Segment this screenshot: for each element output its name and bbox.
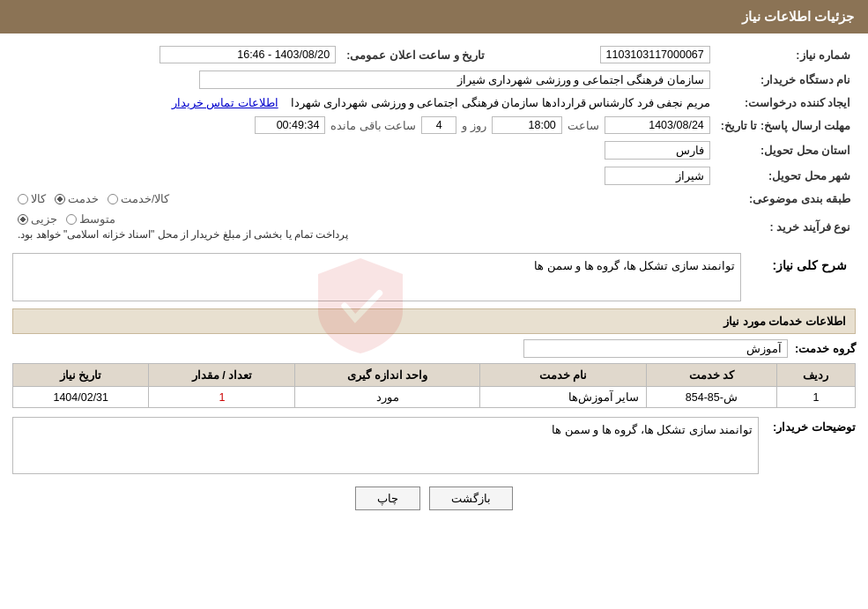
city-label: شهر محل تحویل: <box>716 163 856 189</box>
radio-khedmat-circle[interactable] <box>55 194 65 204</box>
cell-unit: مورد <box>295 387 480 408</box>
radio-motavaset[interactable]: متوسط <box>66 212 115 226</box>
buttons-row: بازگشت چاپ <box>12 486 856 510</box>
remaining-label: ساعت باقی مانده <box>330 119 416 132</box>
col-unit: واحد اندازه گیری <box>295 364 480 387</box>
need-number-label: شماره نیاز: <box>716 42 856 67</box>
process-label: نوع فرآیند خرید : <box>716 209 856 244</box>
radio-khedmat[interactable]: خدمت <box>55 192 99 205</box>
row-creator: ایجاد کننده درخواست: مریم نجفی فرد کارشن… <box>12 93 856 113</box>
radio-motavaset-circle[interactable] <box>66 214 77 225</box>
radio-motavaset-label: متوسط <box>79 212 115 226</box>
category-radio-group: کالا/خدمت خدمت کالا <box>18 192 710 205</box>
info-table: شماره نیاز: 1103103117000067 تاریخ و ساع… <box>12 42 856 244</box>
radio-jozii-circle[interactable] <box>18 214 28 225</box>
services-table: ردیف کد خدمت نام خدمت واحد اندازه گیری ت… <box>12 363 856 408</box>
row-category: طبقه بندی موضوعی: کالا/خدمت خدمت کالا <box>12 189 856 209</box>
page-wrapper: جزئیات اطلاعات نیاز شماره نیاز: 11031031… <box>0 0 868 609</box>
creator-name: مریم نجفی فرد کارشناس قراردادها سازمان ف… <box>291 97 710 109</box>
creator-label: ایجاد کننده درخواست: <box>716 93 856 113</box>
buyer-notes-value: توانمند سازی تشکل ها، گروه ها و سمن ها <box>12 417 759 474</box>
announce-datetime-label: تاریخ و ساعت اعلان عمومی: <box>341 42 502 67</box>
cell-quantity: 1 <box>149 387 295 408</box>
radio-jozii[interactable]: جزیی <box>18 212 57 226</box>
process-note: پرداخت تمام یا بخشی از مبلغ خریدار از مح… <box>18 228 348 241</box>
need-description-label: شرح کلی نیاز: <box>741 253 847 272</box>
cell-row-num: 1 <box>776 387 855 408</box>
cell-service-code: ش-85-854 <box>647 387 777 408</box>
radio-kala[interactable]: کالا <box>18 192 46 205</box>
radio-kala-circle[interactable] <box>18 194 28 204</box>
row-city: شهر محل تحویل: شیراز <box>12 163 856 189</box>
deadline-date: 1403/08/24 <box>605 116 710 134</box>
row-process: نوع فرآیند خرید : متوسط جزیی <box>12 209 856 244</box>
deadline-days: 4 <box>421 116 456 134</box>
deadline-time: 18:00 <box>492 116 562 134</box>
services-section-title: اطلاعات خدمات مورد نیاز <box>12 308 856 334</box>
services-table-body: 1 ش-85-854 سایر آموزش‌ها مورد 1 1404/02/… <box>13 387 856 408</box>
buyer-notes-section: توضیحات خریدار: توانمند سازی تشکل ها، گر… <box>12 417 856 474</box>
col-service-name: نام خدمت <box>479 364 646 387</box>
back-button[interactable]: بازگشت <box>429 486 513 510</box>
radio-kala-label: کالا <box>31 192 46 205</box>
cell-need-date: 1404/02/31 <box>13 387 149 408</box>
need-description-section: شرح کلی نیاز: توانمند سازی تشکل ها، گروه… <box>12 253 856 301</box>
row-deadline: مهلت ارسال پاسخ: تا تاریخ: 1403/08/24 سا… <box>12 113 856 137</box>
table-row: 1 ش-85-854 سایر آموزش‌ها مورد 1 1404/02/… <box>13 387 856 408</box>
services-table-header-row: ردیف کد خدمت نام خدمت واحد اندازه گیری ت… <box>13 364 856 387</box>
services-table-head: ردیف کد خدمت نام خدمت واحد اندازه گیری ت… <box>13 364 856 387</box>
page-title: جزئیات اطلاعات نیاز <box>742 9 854 24</box>
announce-datetime-value: 1403/08/20 - 16:46 <box>160 46 336 63</box>
service-group-row: گروه خدمت: آموزش <box>12 339 856 358</box>
creator-contact-link[interactable]: اطلاعات تماس خریدار <box>172 97 278 109</box>
col-quantity: تعداد / مقدار <box>149 364 295 387</box>
radio-jozii-label: جزیی <box>31 212 57 226</box>
col-need-date: تاریخ نیاز <box>13 364 149 387</box>
buyer-org-value: سازمان فرهنگی اجتماعی و ورزشی شهرداری شی… <box>199 71 710 89</box>
buyer-notes-textarea-wrapper: توانمند سازی تشکل ها، گروه ها و سمن ها <box>12 417 759 474</box>
content-area: شماره نیاز: 1103103117000067 تاریخ و ساع… <box>0 33 868 531</box>
remaining-time: 00:49:34 <box>255 116 325 134</box>
deadline-days-label: روز و <box>462 119 486 132</box>
need-description-value: توانمند سازی تشکل ها، گروه ها و سمن ها <box>12 253 741 301</box>
buyer-notes-label: توضیحات خریدار: <box>759 417 856 434</box>
row-need-number: شماره نیاز: 1103103117000067 تاریخ و ساع… <box>12 42 856 67</box>
province-label: استان محل تحویل: <box>716 137 856 163</box>
col-row-num: ردیف <box>776 364 855 387</box>
col-service-code: کد خدمت <box>647 364 777 387</box>
deadline-time-label: ساعت <box>568 119 599 132</box>
buyer-org-label: نام دستگاه خریدار: <box>716 67 856 93</box>
radio-kala-khedmat[interactable]: کالا/خدمت <box>108 192 169 205</box>
category-label: طبقه بندی موضوعی: <box>716 189 856 209</box>
page-header: جزئیات اطلاعات نیاز <box>0 0 868 33</box>
need-description-textarea-wrapper: توانمند سازی تشکل ها، گروه ها و سمن ها <box>12 253 741 301</box>
need-number-value: 1103103117000067 <box>600 46 710 63</box>
province-value: فارس <box>605 141 710 160</box>
city-value: شیراز <box>605 167 710 185</box>
deadline-label: مهلت ارسال پاسخ: تا تاریخ: <box>716 113 856 137</box>
radio-khedmat-label: خدمت <box>68 192 99 205</box>
cell-service-name: سایر آموزش‌ها <box>479 387 646 408</box>
radio-kala-khedmat-circle[interactable] <box>108 194 118 204</box>
row-province: استان محل تحویل: فارس <box>12 137 856 163</box>
row-buyer-org: نام دستگاه خریدار: سازمان فرهنگی اجتماعی… <box>12 67 856 93</box>
print-button[interactable]: چاپ <box>355 486 420 510</box>
radio-kala-khedmat-label: کالا/خدمت <box>121 192 169 205</box>
process-radio-group: متوسط جزیی <box>18 212 115 226</box>
service-group-value: آموزش <box>523 339 788 358</box>
service-group-label: گروه خدمت: <box>795 342 856 355</box>
deadline-row: 1403/08/24 ساعت 18:00 روز و 4 ساعت باقی … <box>18 116 710 134</box>
